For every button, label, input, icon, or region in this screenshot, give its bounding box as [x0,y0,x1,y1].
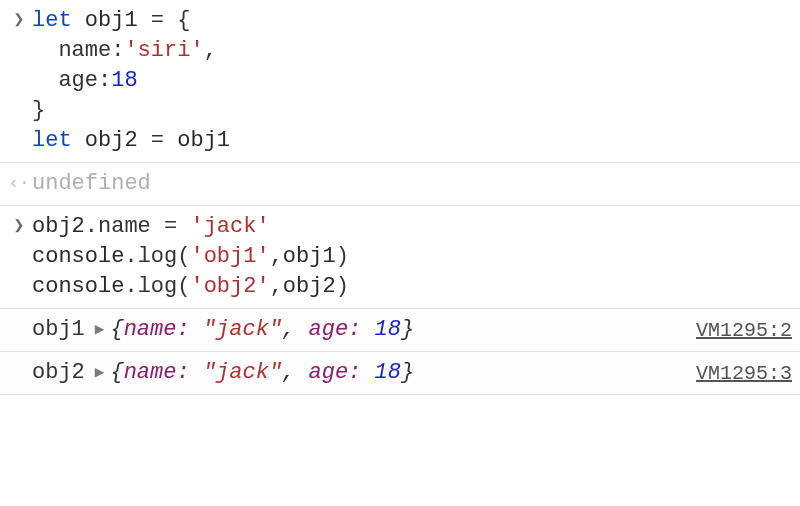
input-code-block: let obj1 = { name:'siri', age:18 } let o… [32,6,792,156]
expand-triangle-icon[interactable]: ▶ [95,315,105,345]
input-prompt-gutter: ❯ [6,212,32,237]
log-gutter [6,315,32,318]
input-prompt-icon: ❯ [14,9,25,31]
input-prompt-icon: ❯ [14,215,25,237]
console-log-entry: obj1▶{name: "jack", age: 18} VM1295:2 [0,309,800,352]
log-gutter [6,358,32,361]
source-link[interactable]: VM1295:3 [696,362,792,385]
log-content: obj1▶{name: "jack", age: 18} [32,315,676,345]
input-prompt-gutter: ❯ [6,6,32,31]
devtools-console: ❯ let obj1 = { name:'siri', age:18 } let… [0,0,800,395]
source-link[interactable]: VM1295:2 [696,319,792,342]
output-prefix-gutter: ‹· [6,169,32,194]
log-label: obj1 [32,317,85,342]
console-result-entry: ‹· undefined [0,163,800,206]
console-input-entry[interactable]: ❯ obj2.name = 'jack' console.log('obj1',… [0,206,800,309]
log-content: obj2▶{name: "jack", age: 18} [32,358,676,388]
input-code-block: obj2.name = 'jack' console.log('obj1',ob… [32,212,792,302]
result-value: undefined [32,169,792,199]
output-prefix-icon: ‹· [8,172,30,194]
console-log-entry: obj2▶{name: "jack", age: 18} VM1295:3 [0,352,800,395]
log-label: obj2 [32,360,85,385]
console-input-entry[interactable]: ❯ let obj1 = { name:'siri', age:18 } let… [0,0,800,163]
expand-triangle-icon[interactable]: ▶ [95,358,105,388]
